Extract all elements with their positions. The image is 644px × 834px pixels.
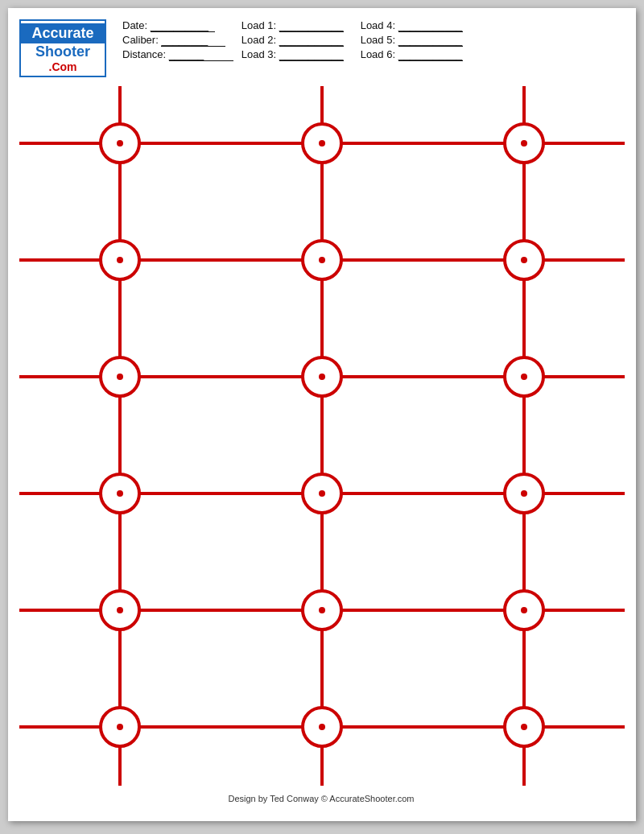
- distance-label: Distance:: [122, 48, 166, 60]
- header: Accurate Shooter .Com Date: __________ L…: [19, 19, 623, 77]
- svg-point-17: [521, 140, 527, 147]
- date-row: Date: __________: [122, 19, 233, 32]
- crosshair-r2c2: [221, 198, 423, 319]
- load3-value: ___________: [279, 48, 344, 61]
- crosshair-r3c2: [221, 319, 423, 436]
- distance-value: ______: [169, 48, 233, 61]
- crosshair-r2c3: [423, 198, 625, 319]
- date-label: Date:: [122, 19, 147, 31]
- logo-com: .Com: [49, 60, 77, 73]
- caliber-value: ________: [161, 34, 225, 47]
- svg-point-95: [117, 724, 123, 730]
- target-grid-svg: [19, 85, 625, 786]
- crosshair-r2c1: [19, 198, 221, 319]
- load5-label: Load 5:: [361, 34, 395, 46]
- svg-point-23: [117, 257, 123, 263]
- svg-point-29: [319, 257, 325, 263]
- footer: Design by Ted Conway © AccurateShooter.c…: [19, 794, 623, 803]
- crosshair-r6c1: [19, 669, 221, 786]
- load4-value: ___________: [398, 19, 463, 32]
- caliber-label: Caliber:: [122, 34, 159, 46]
- load2-row: Load 2: ___________: [242, 34, 353, 47]
- load5-value: ___________: [398, 34, 463, 47]
- crosshair-r4c1: [19, 436, 221, 552]
- date-value: __________: [151, 19, 215, 32]
- load2-label: Load 2:: [242, 34, 276, 46]
- load1-row: Load 1: ___________: [242, 19, 353, 32]
- svg-point-65: [319, 490, 325, 497]
- caliber-row: Caliber: ________: [122, 34, 233, 47]
- page: Accurate Shooter .Com Date: __________ L…: [8, 8, 636, 821]
- form-fields: Date: __________ Load 1: ___________ Loa…: [122, 19, 471, 61]
- load4-label: Load 4:: [361, 19, 395, 31]
- crosshair-r4c2: [221, 436, 423, 552]
- load3-label: Load 3:: [242, 48, 276, 60]
- load3-row: Load 3: ___________: [242, 48, 353, 61]
- svg-point-47: [319, 374, 325, 380]
- svg-point-77: [117, 607, 123, 613]
- svg-point-41: [117, 374, 123, 380]
- footer-text: Design by Ted Conway © AccurateShooter.c…: [228, 794, 414, 803]
- crosshair-r3c1: [19, 319, 221, 436]
- svg-point-107: [521, 724, 527, 730]
- crosshair-r1c3: [423, 86, 625, 198]
- svg-point-83: [319, 607, 325, 613]
- crosshair-r1c1: [19, 86, 221, 198]
- load2-value: ___________: [279, 34, 344, 47]
- load6-row: Load 6: ___________: [361, 48, 472, 61]
- crosshair-r6c2: [221, 669, 423, 786]
- load1-label: Load 1:: [242, 19, 276, 31]
- crosshair-r5c1: [19, 552, 221, 669]
- svg-point-11: [319, 140, 325, 147]
- crosshair-r4c3: [423, 436, 625, 552]
- load6-value: ___________: [398, 48, 463, 61]
- load6-label: Load 6:: [361, 48, 395, 60]
- svg-point-101: [319, 724, 325, 730]
- logo-accurate: Accurate: [21, 23, 105, 43]
- load5-row: Load 5: ___________: [361, 34, 472, 47]
- target-area: [19, 85, 623, 789]
- svg-point-71: [521, 490, 527, 497]
- svg-point-35: [521, 257, 527, 263]
- crosshair-r6c3: [423, 669, 625, 786]
- distance-row: Distance: ______: [122, 48, 233, 61]
- crosshair-r5c3: [423, 552, 625, 669]
- crosshair-r3c3: [423, 319, 625, 436]
- load1-value: ___________: [279, 19, 344, 32]
- logo-shooter: Shooter: [35, 43, 90, 60]
- crosshair-r5c2: [221, 552, 423, 669]
- logo: Accurate Shooter .Com: [19, 19, 106, 77]
- svg-point-89: [521, 607, 527, 613]
- svg-point-5: [117, 140, 123, 147]
- svg-point-59: [117, 490, 123, 497]
- crosshair-r1c2: [221, 86, 423, 198]
- svg-point-53: [521, 374, 527, 380]
- load4-row: Load 4: ___________: [361, 19, 472, 32]
